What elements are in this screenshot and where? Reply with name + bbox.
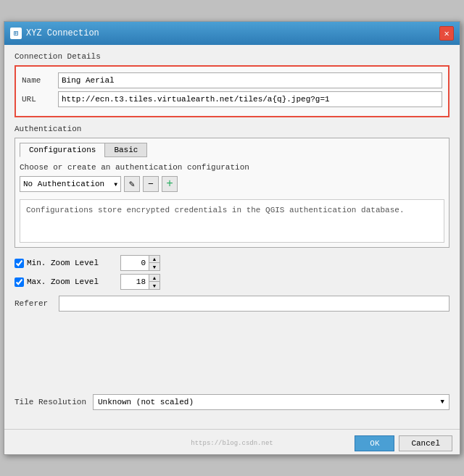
- min-zoom-label[interactable]: Min. Zoom Level: [14, 259, 116, 268]
- min-zoom-spinner-btns: ▲ ▼: [149, 255, 160, 271]
- auth-tabs: Configurations Basic: [20, 143, 444, 157]
- tab-basic[interactable]: Basic: [104, 143, 147, 157]
- referer-row: Referer: [14, 296, 450, 312]
- authentication-box: Configurations Basic Choose or create an…: [14, 138, 450, 248]
- connection-details-box: Name URL: [14, 65, 450, 117]
- min-zoom-spinner-wrapper: ▲ ▼: [120, 255, 160, 271]
- window-icon: ⊞: [10, 28, 22, 39]
- title-bar-left: ⊞ XYZ Connection: [10, 28, 99, 39]
- referer-input[interactable]: [59, 296, 450, 312]
- remove-auth-button[interactable]: −: [143, 176, 159, 192]
- auth-dropdown-value: No Authentication: [23, 180, 111, 188]
- max-zoom-input[interactable]: [120, 274, 149, 290]
- tab-configurations[interactable]: Configurations: [20, 143, 104, 157]
- add-auth-button[interactable]: +: [162, 176, 178, 192]
- watermark-text: https://blog.csdn.net: [191, 440, 273, 447]
- tile-resolution-dropdown[interactable]: Unknown (not scaled) ▼: [93, 394, 450, 410]
- connection-details-label: Connection Details: [14, 52, 450, 61]
- max-zoom-row: Max. Zoom Level ▲ ▼: [14, 274, 450, 290]
- tile-resolution-row: Tile Resolution Unknown (not scaled) ▼: [14, 391, 450, 410]
- tile-resolution-value: Unknown (not scaled): [98, 398, 441, 406]
- dropdown-arrow-icon: ▼: [114, 181, 117, 188]
- min-zoom-checkbox[interactable]: [14, 259, 24, 268]
- auth-controls: No Authentication ▼ ✎ − +: [20, 176, 444, 192]
- referer-label: Referer: [14, 299, 54, 308]
- min-zoom-down-btn[interactable]: ▼: [149, 263, 160, 270]
- url-label: URL: [22, 95, 58, 104]
- auth-info-text: Configurations store encrypted credentia…: [26, 206, 405, 214]
- close-button[interactable]: ✕: [439, 26, 454, 41]
- authentication-label: Authentication: [14, 125, 450, 133]
- min-zoom-input[interactable]: [120, 255, 149, 271]
- ok-button[interactable]: OK: [355, 435, 394, 451]
- auth-info-box: Configurations store encrypted credentia…: [20, 199, 444, 243]
- edit-auth-button[interactable]: ✎: [124, 176, 140, 192]
- authentication-section: Authentication Configurations Basic Choo…: [14, 125, 450, 248]
- max-zoom-spinner-wrapper: ▲ ▼: [120, 274, 160, 290]
- zoom-section: Min. Zoom Level ▲ ▼ Max. Zoom Level: [14, 255, 450, 290]
- max-zoom-up-btn[interactable]: ▲: [149, 275, 160, 282]
- auth-choose-label: Choose or create an authentication confi…: [20, 163, 444, 172]
- window-title: XYZ Connection: [26, 28, 99, 38]
- url-input[interactable]: [58, 91, 442, 107]
- max-zoom-label[interactable]: Max. Zoom Level: [14, 277, 116, 287]
- tile-resolution-arrow-icon: ▼: [441, 398, 444, 406]
- min-zoom-row: Min. Zoom Level ▲ ▼: [14, 255, 450, 271]
- max-zoom-checkbox[interactable]: [14, 277, 24, 287]
- empty-area: [14, 319, 450, 391]
- main-window: ⊞ XYZ Connection ✕ Connection Details Na…: [4, 21, 460, 455]
- max-zoom-down-btn[interactable]: ▼: [149, 282, 160, 289]
- title-bar: ⊞ XYZ Connection ✕: [4, 22, 460, 45]
- dialog-content: Connection Details Name URL Authenticati…: [4, 45, 460, 429]
- name-row: Name: [22, 72, 442, 88]
- min-zoom-up-btn[interactable]: ▲: [149, 256, 160, 263]
- url-row: URL: [22, 91, 442, 107]
- cancel-button[interactable]: Cancel: [399, 435, 452, 451]
- auth-dropdown[interactable]: No Authentication ▼: [20, 176, 121, 192]
- name-input[interactable]: [58, 72, 442, 88]
- max-zoom-spinner-btns: ▲ ▼: [149, 274, 160, 290]
- name-label: Name: [22, 76, 58, 85]
- tile-resolution-label: Tile Resolution: [14, 398, 87, 406]
- bottom-bar: https://blog.csdn.net OK Cancel: [4, 429, 460, 454]
